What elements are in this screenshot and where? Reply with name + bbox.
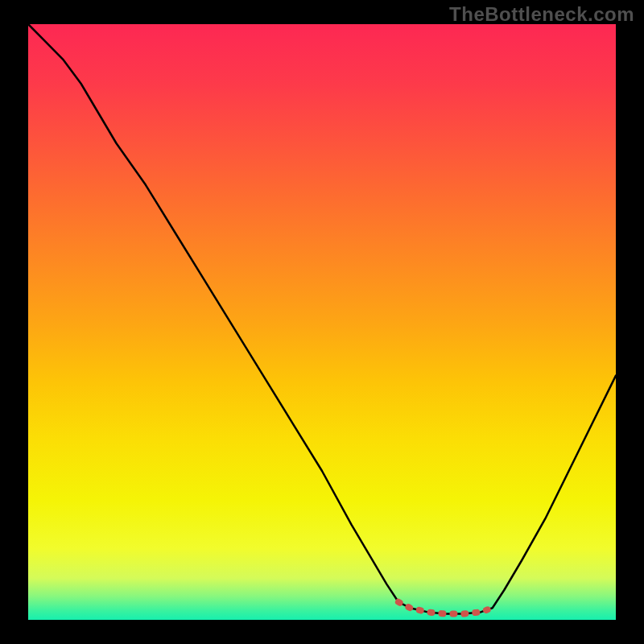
chart-stage: TheBottleneck.com <box>0 0 644 644</box>
plot-background <box>28 24 616 620</box>
chart-svg <box>0 0 644 644</box>
